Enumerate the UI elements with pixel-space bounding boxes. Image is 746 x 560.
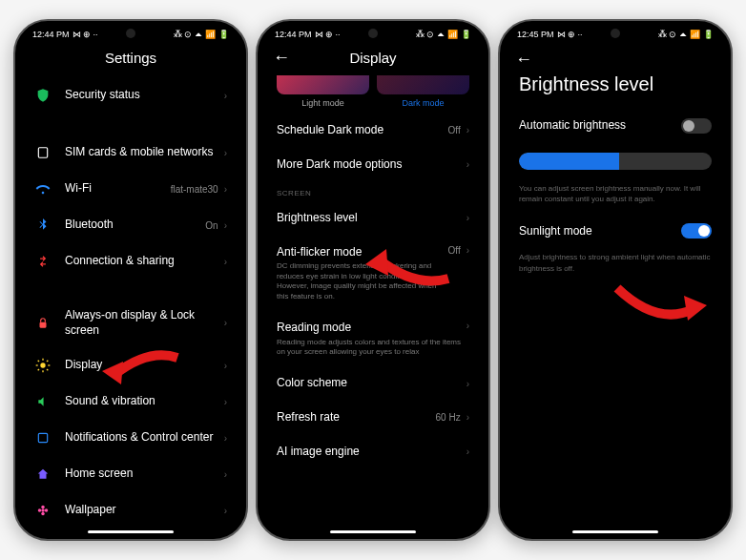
item-brightness-level[interactable]: Brightness level ›: [265, 201, 481, 236]
item-sim-cards[interactable]: SIM cards & mobile networks ›: [23, 135, 238, 171]
item-color-scheme[interactable]: Color scheme ›: [265, 366, 481, 401]
chevron-right-icon: ›: [224, 257, 227, 267]
item-ai-image-engine[interactable]: AI image engine ›: [265, 435, 481, 469]
share-icon: [34, 253, 52, 270]
hint-manual: You can adjust screen brightness manuall…: [500, 179, 731, 214]
chevron-right-icon: ›: [224, 469, 227, 480]
status-left-icons: ⋈ ⊕ ··: [73, 30, 98, 39]
back-button[interactable]: ←: [515, 50, 532, 70]
camera-notch: [126, 29, 135, 38]
dark-mode-card[interactable]: Dark mode: [377, 75, 469, 108]
flower-icon: [34, 502, 52, 519]
home-indicator[interactable]: [88, 530, 174, 533]
svg-point-14: [41, 512, 45, 516]
svg-rect-11: [38, 434, 47, 443]
page-title: Settings: [105, 50, 156, 66]
svg-line-10: [47, 361, 48, 362]
chevron-right-icon: ›: [224, 361, 227, 371]
item-anti-flicker[interactable]: Anti-flicker mode DC dimming prevents ex…: [265, 236, 481, 311]
chevron-right-icon: ›: [224, 148, 227, 158]
item-sound-vibration[interactable]: Sound & vibration ›: [23, 384, 238, 420]
item-wallpaper[interactable]: Wallpaper ›: [23, 492, 238, 529]
item-refresh-rate[interactable]: Refresh rate 60 Hz ›: [265, 401, 481, 435]
camera-notch: [368, 29, 378, 38]
item-wifi[interactable]: Wi-Fi flat-mate30 ›: [23, 171, 238, 207]
item-always-on-display[interactable]: Always-on display & Lock screen ›: [23, 299, 238, 347]
chevron-right-icon: ›: [466, 321, 469, 331]
light-mode-card[interactable]: Light mode: [277, 75, 369, 108]
page-title: Brightness level: [500, 73, 731, 109]
chevron-right-icon: ›: [466, 213, 469, 223]
svg-point-15: [38, 508, 42, 512]
brightness-content: Automatic brightness You can adjust scre…: [500, 109, 731, 539]
svg-rect-0: [38, 148, 47, 158]
item-more-dark-mode[interactable]: More Dark mode options ›: [265, 148, 481, 182]
chevron-right-icon: ›: [466, 412, 469, 423]
item-home-screen[interactable]: Home screen ›: [23, 456, 238, 492]
item-sunlight-mode[interactable]: Sunlight mode: [500, 214, 731, 248]
theme-mode-row: Light mode Dark mode: [265, 75, 481, 114]
chevron-right-icon: ›: [224, 220, 227, 231]
header: Settings: [15, 44, 246, 75]
svg-line-8: [47, 369, 48, 370]
page-title: Display: [349, 50, 396, 66]
chevron-right-icon: ›: [224, 318, 227, 328]
shield-icon: [34, 87, 52, 104]
item-bluetooth[interactable]: Bluetooth On ›: [23, 207, 238, 243]
chevron-right-icon: ›: [224, 506, 227, 516]
status-right-icons: ⁂ ⊙ ⏶ 📶 🔋: [174, 30, 229, 39]
lock-icon: [34, 315, 52, 332]
svg-point-2: [40, 363, 45, 368]
phone-brightness: 12:45 PM ⋈ ⊕ ·· ⁂ ⊙ ⏶ 📶 🔋 ← Brightness l…: [498, 19, 733, 541]
chevron-right-icon: ›: [466, 446, 469, 457]
item-display[interactable]: Display ›: [23, 347, 238, 384]
item-security-status[interactable]: Security status ›: [23, 75, 238, 115]
svg-point-13: [41, 506, 45, 509]
chevron-right-icon: ›: [224, 433, 227, 444]
bluetooth-icon: [34, 217, 52, 234]
status-time: 12:45 PM: [517, 30, 554, 39]
wifi-value: flat-mate30: [171, 184, 218, 195]
chevron-right-icon: ›: [224, 91, 227, 101]
status-time: 12:44 PM: [275, 30, 312, 39]
wifi-icon: [34, 180, 52, 197]
toggle-sunlight-mode[interactable]: [681, 223, 712, 239]
header: ← Display: [258, 44, 488, 75]
chevron-right-icon: ›: [224, 397, 227, 407]
chevron-right-icon: ›: [466, 245, 469, 256]
chevron-right-icon: ›: [466, 379, 469, 389]
phone-display: 12:44 PM ⋈ ⊕ ·· ⁂ ⊙ ⏶ 📶 🔋 ← Display Ligh…: [256, 19, 490, 541]
chevron-right-icon: ›: [224, 184, 227, 195]
item-automatic-brightness[interactable]: Automatic brightness: [500, 109, 731, 143]
bluetooth-value: On: [205, 220, 218, 231]
control-center-icon: [34, 429, 52, 446]
display-list[interactable]: Light mode Dark mode Schedule Dark mode …: [258, 75, 488, 539]
status-time: 12:44 PM: [32, 30, 70, 39]
chevron-right-icon: ›: [466, 125, 469, 135]
sim-icon: [34, 144, 52, 161]
svg-line-9: [38, 369, 39, 370]
brightness-slider[interactable]: [500, 143, 731, 179]
home-icon: [34, 466, 52, 483]
toggle-automatic-brightness[interactable]: [681, 118, 712, 134]
settings-list[interactable]: Security status › SIM cards & mobile net…: [15, 75, 246, 539]
section-label-screen: SCREEN: [265, 181, 481, 201]
item-reading-mode[interactable]: Reading mode Reading mode adjusts colors…: [265, 311, 481, 366]
speaker-icon: [34, 393, 52, 410]
home-indicator[interactable]: [572, 530, 658, 533]
hint-sunlight: Adjust brightness to strong ambient ligh…: [500, 248, 731, 282]
item-notifications[interactable]: Notifications & Control center ›: [23, 420, 238, 456]
dark-mode-thumb: [377, 75, 469, 94]
header: ←: [500, 44, 731, 73]
svg-line-7: [38, 361, 39, 362]
svg-point-12: [41, 508, 45, 512]
svg-point-16: [45, 508, 49, 512]
item-schedule-dark-mode[interactable]: Schedule Dark mode Off ›: [265, 114, 481, 148]
back-button[interactable]: ←: [273, 48, 290, 68]
svg-rect-1: [40, 321, 47, 327]
item-connection-sharing[interactable]: Connection & sharing ›: [23, 243, 238, 280]
brightness-icon: [34, 357, 52, 374]
camera-notch: [611, 29, 620, 38]
light-mode-thumb: [277, 75, 369, 94]
home-indicator[interactable]: [330, 530, 416, 533]
